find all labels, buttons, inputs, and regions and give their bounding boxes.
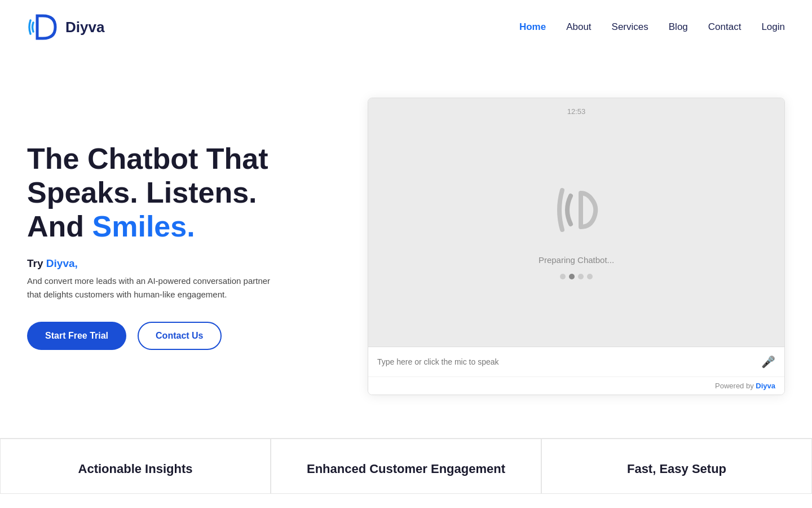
card-fast-easy-setup: Fast, Easy Setup — [541, 439, 812, 494]
nav-link-contact[interactable]: Contact — [708, 21, 742, 32]
hero-buttons: Start Free Trial Contact Us — [27, 322, 275, 350]
nav-item-home[interactable]: Home — [519, 21, 546, 33]
chatbot-preparing-text: Preparing Chatbot... — [539, 255, 614, 265]
dot-3 — [578, 274, 584, 279]
chatbot-logo-icon — [542, 176, 610, 244]
chatbot-time: 12:53 — [567, 107, 586, 116]
chatbot-body: 12:53 Preparing Chatbot... — [368, 98, 784, 347]
contact-us-button[interactable]: Contact Us — [138, 322, 221, 350]
chatbot-footer: Powered by Diyva — [368, 376, 784, 395]
hero-title: The Chatbot That Speaks. Listens. And Sm… — [27, 142, 275, 243]
dot-2 — [569, 274, 575, 279]
card-title-0: Actionable Insights — [17, 462, 253, 476]
hero-title-line3-prefix: And — [27, 210, 92, 243]
dot-1 — [560, 274, 566, 279]
hero-title-line1: The Chatbot That — [27, 142, 268, 175]
card-enhanced-engagement: Enhanced Customer Engagement — [271, 439, 541, 494]
card-title-1: Enhanced Customer Engagement — [288, 462, 524, 476]
nav-link-services[interactable]: Services — [612, 21, 648, 32]
dot-4 — [587, 274, 593, 279]
chatbot-text-input[interactable] — [377, 357, 761, 366]
hero-subtitle-prefix: Try — [27, 257, 46, 269]
navbar: Diyva Home About Services Blog Contact L… — [0, 0, 812, 54]
hero-subtitle: Try Diyva, — [27, 257, 275, 270]
hero-right: 12:53 Preparing Chatbot... 🎤 — [368, 98, 785, 395]
start-free-trial-button[interactable]: Start Free Trial — [27, 322, 126, 350]
powered-by-diyva: Diyva — [756, 382, 775, 390]
nav-link-blog[interactable]: Blog — [669, 21, 688, 32]
nav-item-about[interactable]: About — [566, 21, 591, 33]
bottom-cards: Actionable Insights Enhanced Customer En… — [0, 438, 812, 494]
logo-text: Diyva — [65, 19, 104, 36]
nav-links: Home About Services Blog Contact Login — [519, 21, 785, 33]
nav-item-blog[interactable]: Blog — [669, 21, 688, 33]
hero-description: And convert more leads with an AI-powere… — [27, 274, 275, 301]
hero-left: The Chatbot That Speaks. Listens. And Sm… — [27, 142, 275, 349]
diyva-logo-icon — [27, 10, 61, 44]
chatbot-widget: 12:53 Preparing Chatbot... 🎤 — [368, 98, 785, 395]
nav-item-login[interactable]: Login — [761, 21, 785, 33]
chatbot-input-row: 🎤 — [368, 347, 784, 376]
card-title-2: Fast, Easy Setup — [559, 462, 795, 476]
chatbot-dots — [560, 274, 593, 279]
microphone-icon[interactable]: 🎤 — [761, 355, 775, 369]
hero-section: The Chatbot That Speaks. Listens. And Sm… — [0, 54, 812, 438]
nav-item-services[interactable]: Services — [612, 21, 648, 33]
card-actionable-insights: Actionable Insights — [0, 439, 271, 494]
hero-title-line3-blue: Smiles. — [92, 210, 195, 243]
hero-title-line2: Speaks. Listens. — [27, 176, 257, 209]
hero-subtitle-blue: Diyva, — [46, 257, 78, 269]
logo-link[interactable]: Diyva — [27, 10, 104, 44]
nav-link-login[interactable]: Login — [761, 21, 785, 32]
powered-by-prefix: Powered by — [715, 382, 756, 390]
nav-link-about[interactable]: About — [566, 21, 591, 32]
nav-item-contact[interactable]: Contact — [708, 21, 742, 33]
nav-link-home[interactable]: Home — [519, 21, 546, 32]
